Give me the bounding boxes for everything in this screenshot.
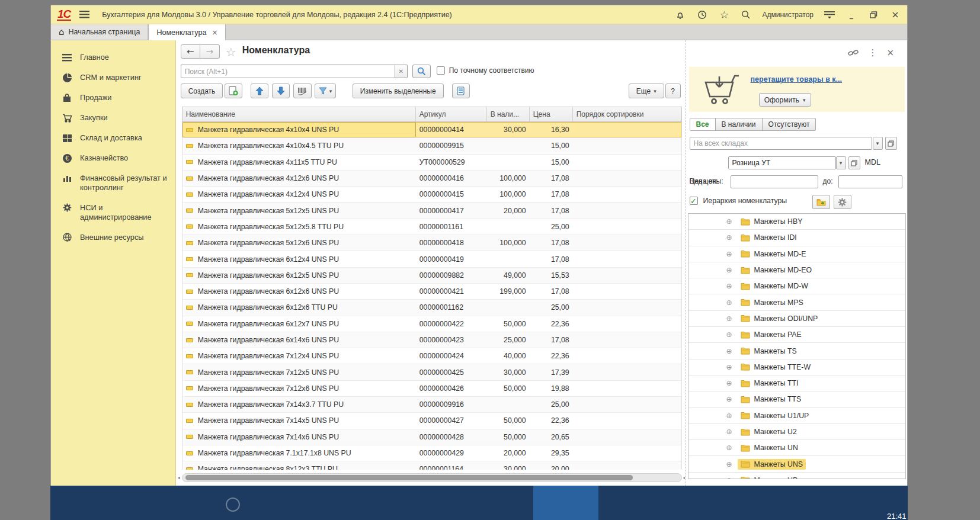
tree-node[interactable]: ⊕Манжеты IDI xyxy=(688,230,905,246)
column-header[interactable]: Артикул xyxy=(416,107,487,121)
tree-node[interactable]: ⊕Манжеты ODI/UNP xyxy=(688,311,905,327)
tree-node[interactable]: ⊕Манжеты TTE-W xyxy=(688,359,905,375)
warehouse-open-icon[interactable] xyxy=(885,137,897,150)
table-row[interactable]: Манжета гидравлическая 6x12x6 TTU PU0000… xyxy=(182,300,681,316)
table-row[interactable]: Манжета гидравлическая 4x10x4 UNS PU0000… xyxy=(182,122,681,138)
table-row[interactable]: Манжета гидравлическая 6x12x5 UNS PU0000… xyxy=(182,268,681,284)
tab-close-icon[interactable]: × xyxy=(212,28,217,37)
table-row[interactable]: Манжета гидравлическая 5x12x5.8 TTU PU00… xyxy=(182,219,681,235)
sidebar-item[interactable]: НСИ и администрирование xyxy=(51,198,175,227)
taskbar-active-button[interactable] xyxy=(533,486,598,520)
scroll-left-icon[interactable]: ◂ xyxy=(178,475,180,480)
column-header[interactable]: Цена xyxy=(530,107,573,121)
expand-icon[interactable]: ⊕ xyxy=(725,217,734,226)
expand-icon[interactable]: ⊕ xyxy=(725,282,734,290)
expand-icon[interactable]: ⊕ xyxy=(725,298,734,307)
create-button[interactable]: Создать xyxy=(181,84,223,98)
expand-icon[interactable]: ⊕ xyxy=(725,330,734,339)
warehouse-select[interactable]: На всех складах xyxy=(690,137,872,150)
minimize-button[interactable]: _ xyxy=(846,9,857,21)
tree-node[interactable]: ⊕Манжеты MPS xyxy=(688,294,905,310)
scrollbar-thumb[interactable] xyxy=(185,475,633,480)
sidebar-item[interactable]: €Казначейство xyxy=(51,148,175,168)
taskbar-app-icon[interactable] xyxy=(226,497,240,512)
table-row[interactable]: Манжета гидравлическая 7x12x5 UNS PU0000… xyxy=(182,364,681,380)
filter-icon[interactable]: ▾ xyxy=(315,84,337,98)
tree-node[interactable]: ⊕Манжеты MD-E xyxy=(688,246,905,262)
tree-node[interactable]: ⊕Манжеты UNS xyxy=(688,456,905,472)
move-to-group-button[interactable] xyxy=(812,195,830,209)
sidebar-item[interactable]: CRM и маркетинг xyxy=(51,68,175,88)
expand-icon[interactable]: ⊕ xyxy=(725,444,734,452)
tab-home[interactable]: ⌂ Начальная страница xyxy=(51,24,148,40)
close-window-button[interactable]: × xyxy=(889,9,901,21)
filter-tab[interactable]: Отсутствуют xyxy=(762,118,816,131)
warehouse-dropdown-icon[interactable]: ▾ xyxy=(873,137,883,150)
history-icon[interactable] xyxy=(696,9,708,21)
price-type-select[interactable]: Розница УТ xyxy=(728,156,836,169)
table-row[interactable]: Манжета гидравлическая 6x14x6 UNS PU0000… xyxy=(182,332,681,348)
main-menu-icon[interactable] xyxy=(78,9,90,21)
sidebar-item[interactable]: Закупки xyxy=(51,108,175,128)
table-row[interactable]: Манжета гидравлическая 7x14x5 UNS PU0000… xyxy=(182,413,681,429)
expand-icon[interactable]: ⊕ xyxy=(725,314,734,323)
column-header[interactable]: В нали... xyxy=(487,107,530,121)
more-options-dots-icon[interactable]: ⋮ xyxy=(868,47,877,58)
create-group-icon[interactable] xyxy=(225,84,242,98)
back-button[interactable]: ← xyxy=(181,44,200,59)
tree-node[interactable]: ⊕Манжеты TTI xyxy=(688,375,905,391)
favorites-star-icon[interactable]: ☆ xyxy=(718,9,730,21)
table-row[interactable]: Манжета гидравлическая 4x10x4.5 TTU PU00… xyxy=(182,138,681,154)
close-panel-icon[interactable]: × xyxy=(886,47,894,58)
expand-icon[interactable]: ⊕ xyxy=(725,476,734,479)
restore-button[interactable] xyxy=(867,9,879,21)
tree-node[interactable]: ⊕Манжеты U2 xyxy=(688,424,905,440)
expand-icon[interactable]: ⊕ xyxy=(725,428,734,436)
expand-icon[interactable]: ⊕ xyxy=(725,379,734,387)
tree-node[interactable]: ⊕Манжеты MD-EO xyxy=(688,262,905,278)
drag-items-link[interactable]: перетащите товары в к... xyxy=(751,75,842,84)
tree-node[interactable]: ⊕Манжеты U1/UP xyxy=(688,408,905,424)
table-row[interactable]: Манжета гидравлическая 7x12x6 UNS PU0000… xyxy=(182,381,681,397)
search-input[interactable]: Поиск (Alt+1) xyxy=(181,65,395,78)
tree-node[interactable]: ⊕Манжеты MD-W xyxy=(688,278,905,294)
table-row[interactable]: Манжета гидравлическая 6x12x4 UNS PU0000… xyxy=(182,251,681,267)
table-row[interactable]: Манжета гидравлическая 4x11x5 TTU PUУТ00… xyxy=(182,155,681,171)
price-type-dropdown-icon[interactable]: ▾ xyxy=(836,156,846,169)
price-to-input[interactable] xyxy=(838,175,902,188)
table-row[interactable]: Манжета гидравлическая 7x12x4 UNS PU0000… xyxy=(182,348,681,364)
tree-node[interactable]: ⊕Манжеты HBY xyxy=(688,214,905,230)
more-button[interactable]: Еще▾ xyxy=(629,84,664,98)
checkout-button[interactable]: Оформить▾ xyxy=(759,93,811,107)
exact-match-checkbox[interactable] xyxy=(437,66,445,75)
tree-node[interactable]: ⊕Манжеты TTS xyxy=(688,391,905,407)
sidebar-item[interactable]: Финансовый результат и контроллинг xyxy=(51,168,175,198)
edit-selected-button[interactable]: Изменить выделенные xyxy=(353,84,444,98)
table-row[interactable]: Манжета гидравлическая 6x12x7 UNS PU0000… xyxy=(182,316,681,332)
expand-icon[interactable]: ⊕ xyxy=(725,395,734,403)
notifications-bell-icon[interactable] xyxy=(674,9,686,21)
price-from-input[interactable] xyxy=(731,175,818,188)
get-link-icon[interactable] xyxy=(848,49,859,57)
barcode-scanner-icon[interactable] xyxy=(293,84,312,98)
expand-icon[interactable]: ⊕ xyxy=(725,233,734,242)
move-down-icon[interactable] xyxy=(272,84,290,98)
tab-nomenclature[interactable]: Номенклатура × xyxy=(148,24,226,40)
search-button[interactable] xyxy=(412,65,431,78)
filter-tab[interactable]: Все xyxy=(690,118,716,131)
tree-node[interactable]: ⊕Манжеты TS xyxy=(688,343,905,359)
expand-icon[interactable]: ⊕ xyxy=(725,460,734,468)
expand-icon[interactable]: ⊕ xyxy=(725,347,734,355)
table-row[interactable]: Манжета гидравлическая 7x14x3.7 TTU PU00… xyxy=(182,397,681,413)
table-row[interactable]: Манжета гидравлическая 7x14x6 UNS PU0000… xyxy=(182,429,681,445)
sidebar-item[interactable]: Главное xyxy=(51,47,175,68)
tree-settings-gear-icon[interactable] xyxy=(834,195,851,209)
user-menu-icon[interactable] xyxy=(824,9,835,21)
sidebar-item[interactable]: Продажи xyxy=(51,88,175,108)
tree-node[interactable]: ⊕Манжеты UP xyxy=(688,473,905,479)
column-header[interactable]: Порядок сортировки xyxy=(573,107,681,121)
clear-search-icon[interactable]: ✕ xyxy=(395,65,408,78)
expand-icon[interactable]: ⊕ xyxy=(725,412,734,420)
price-type-open-icon[interactable] xyxy=(848,156,860,169)
table-row[interactable]: Манжета гидравлическая 4x12x6 UNS PU0000… xyxy=(182,171,681,187)
